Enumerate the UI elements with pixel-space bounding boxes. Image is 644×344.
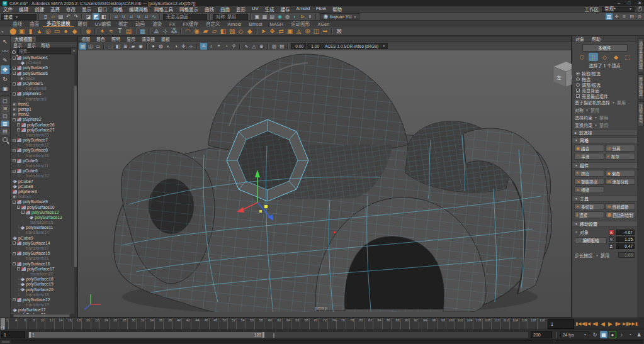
- outliner-search-input[interactable]: 搜索...: [17, 48, 71, 54]
- toolkit-button-挤出[interactable]: ⇱挤出: [574, 170, 604, 177]
- shelf-tab-自定义[interactable]: 自定义: [202, 20, 224, 27]
- menu-曲线[interactable]: 曲线: [201, 6, 217, 13]
- sidebar-settings-icon[interactable]: ⊙: [636, 13, 643, 20]
- menu-曲面[interactable]: 曲面: [217, 6, 233, 13]
- expand-toggle[interactable]: −: [17, 267, 20, 270]
- outliner-item-polySurface26[interactable]: −polySurface26: [11, 122, 77, 127]
- workspace-dropdown[interactable]: 常规*▼: [602, 7, 635, 12]
- shelf-tab-绑定[interactable]: 绑定: [115, 20, 132, 27]
- vp-menu-照明[interactable]: 照明: [108, 36, 123, 42]
- select-hierarchy-icon[interactable]: ◪: [85, 13, 92, 20]
- shelf-tab-多边形建模[interactable]: 多边形建模: [43, 19, 74, 27]
- toolkit-button-多切割[interactable]: ✂多切割: [574, 203, 604, 210]
- super-shape-icon[interactable]: ◉: [84, 27, 93, 35]
- expand-toggle[interactable]: −: [13, 201, 16, 204]
- menu-选择[interactable]: 选择: [47, 6, 63, 13]
- character-set-icon[interactable]: ♟: [635, 331, 643, 338]
- outliner-item-bottom[interactable]: bottom: [11, 194, 77, 199]
- current-frame-marker[interactable]: 1: [1, 318, 5, 330]
- range-end-handle[interactable]: [263, 332, 264, 338]
- outliner-item-polySurface11[interactable]: └polySurface11: [11, 225, 77, 230]
- dock-tab-通道盒/层编辑器[interactable]: 通道盒/层编辑器: [638, 38, 644, 72]
- quad-draw-icon[interactable]: ➥: [321, 27, 329, 35]
- minimize-button[interactable]: –: [618, 1, 620, 6]
- multi-component-button[interactable]: 多组件: [582, 44, 628, 52]
- expand-toggle[interactable]: −: [13, 298, 16, 301]
- select-object-icon[interactable]: ◩: [93, 13, 99, 20]
- outliner-item-polySurface22[interactable]: −polySurface22: [11, 297, 77, 302]
- move-x-value[interactable]: -4.67: [616, 230, 635, 235]
- section-header-组件[interactable]: ▼组件: [572, 162, 637, 169]
- sound-icon[interactable]: ♪: [618, 331, 625, 338]
- outliner-item-polySurface8[interactable]: −polySurface8: [11, 148, 77, 153]
- fps-dropdown[interactable]: 24 fps▼: [560, 331, 589, 338]
- render-frame-icon[interactable]: ▣: [254, 13, 261, 20]
- outliner-item-transform20[interactable]: └transform20: [11, 272, 77, 277]
- render-settings-icon[interactable]: ▤: [269, 13, 276, 20]
- maximize-button[interactable]: □: [628, 1, 630, 6]
- face-mode-icon[interactable]: ◆: [611, 53, 621, 61]
- outliner-item-pSphere1[interactable]: −pSphere1: [11, 91, 77, 96]
- vp-tool-icon-3[interactable]: ⬚: [107, 43, 114, 50]
- section-header-网格[interactable]: ▼网格: [572, 137, 637, 143]
- vp-tool-icon-5[interactable]: ⊞: [122, 43, 129, 50]
- outliner-item-transform15[interactable]: └transform15: [11, 220, 77, 225]
- menu-编辑网格[interactable]: 编辑网格: [126, 6, 151, 13]
- layout-four-pane[interactable]: ⊞: [1, 105, 9, 112]
- launch-app-icon[interactable]: ⊳: [299, 13, 306, 20]
- layout-single-pane[interactable]: ▢: [1, 97, 9, 104]
- shelf-tab-FX[interactable]: FX: [166, 21, 179, 27]
- vp-tool-icon-7[interactable]: ◉: [137, 43, 144, 50]
- sidebar-attr-editor-icon[interactable]: ▥: [606, 13, 613, 20]
- outliner-item-polySurface4[interactable]: −polySurface4: [11, 55, 77, 60]
- animation-end-field[interactable]: 200: [531, 331, 552, 338]
- edge-mode-icon[interactable]: ◇: [600, 53, 609, 61]
- zoom-tool-icon[interactable]: [3, 137, 8, 142]
- layout-hypershade-persp[interactable]: ▤: [1, 128, 9, 135]
- animation-prefs-icon[interactable]: ◔: [626, 331, 634, 338]
- vp-tool-icon-6[interactable]: ▰: [130, 43, 137, 50]
- loop-playback-icon[interactable]: ↻: [591, 331, 599, 338]
- dock-tab-建模工具包[interactable]: 建模工具包: [638, 101, 644, 126]
- time-slider-track[interactable]: 2468101214161820222426283032343638404244…: [0, 318, 546, 330]
- menu-UV[interactable]: UV: [249, 6, 261, 13]
- expand-toggle[interactable]: −: [13, 92, 16, 96]
- extrude-icon[interactable]: ➤: [259, 27, 268, 35]
- outliner-item-pSphere2[interactable]: −pSphere2: [11, 117, 77, 122]
- expand-toggle[interactable]: −: [17, 128, 20, 131]
- combine-icon[interactable]: ◠: [184, 27, 192, 35]
- outliner-tab[interactable]: 大纲视图: [11, 36, 36, 42]
- menu-显示[interactable]: 显示: [79, 6, 94, 13]
- vp-tool-icon-19[interactable]: ∿: [243, 43, 250, 50]
- move-z-value[interactable]: 0.47: [616, 243, 635, 249]
- vp-tool-icon-4[interactable]: ◧: [115, 43, 121, 50]
- sidebar-channel-box-icon[interactable]: ≡: [621, 13, 628, 20]
- outliner-item-polySurface10[interactable]: −polySurface10: [11, 204, 77, 209]
- expand-toggle[interactable]: −: [13, 252, 16, 255]
- menu-网格工具[interactable]: 网格工具: [151, 6, 176, 13]
- vp-tool-icon-16[interactable]: ⌖: [215, 43, 222, 50]
- toolkit-button-桥接[interactable]: ≍桥接: [574, 186, 604, 193]
- outliner-item-polySurface15[interactable]: −polySurface15: [11, 251, 77, 256]
- menu-set-dropdown[interactable]: 建模▼: [1, 14, 37, 20]
- shelf-tab-渲染[interactable]: 渲染: [149, 20, 166, 27]
- play-backwards-button[interactable]: ◀: [599, 320, 606, 328]
- poly-gear-icon[interactable]: ◆: [71, 27, 79, 35]
- vp-tool-icon-11[interactable]: ◑: [172, 43, 179, 50]
- expand-toggle[interactable]: −: [17, 206, 20, 209]
- outliner-item-polySurface12[interactable]: −polySurface12: [11, 210, 77, 215]
- outliner-item-pCylinder1[interactable]: −pCylinder1: [11, 81, 77, 86]
- live-surface-field[interactable]: 无激活曲面: [163, 14, 207, 20]
- outliner-item-polySurface13[interactable]: └polySurface13: [11, 215, 77, 220]
- selected-vertex[interactable]: [334, 231, 336, 233]
- menu-创建[interactable]: 创建: [31, 6, 47, 13]
- menu-Arnold[interactable]: Arnold: [293, 6, 313, 13]
- lasso-tool[interactable]: 〰: [1, 47, 9, 55]
- poly-cone-icon[interactable]: ▲: [35, 27, 43, 35]
- expand-toggle[interactable]: −: [13, 170, 16, 173]
- expand-toggle[interactable]: −: [13, 118, 16, 121]
- pause-viewport-icon[interactable]: ‖: [307, 13, 314, 20]
- object-mode-icon[interactable]: ⬡: [577, 53, 587, 61]
- sidebar-modeling-toolkit-icon[interactable]: ⊟: [628, 13, 635, 20]
- outliner-menu-0[interactable]: 显示: [11, 42, 25, 47]
